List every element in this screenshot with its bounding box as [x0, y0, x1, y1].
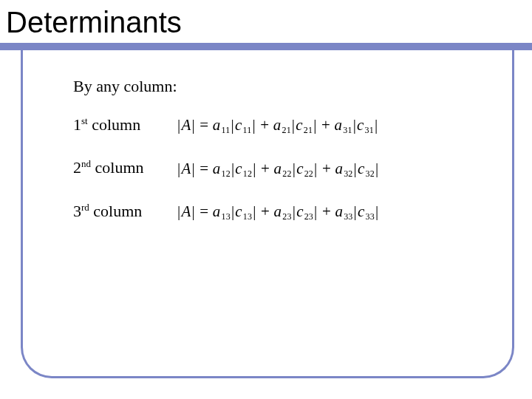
- row-label-num: 2: [73, 159, 81, 177]
- formula: |A| = a11|c11| + a21|c21| + a31|c31|: [177, 116, 378, 136]
- row-label-ord: nd: [81, 158, 91, 169]
- formula: |A| = a12|c12| + a22|c22| + a32|c32|: [177, 160, 379, 180]
- slide-title: Determinants: [6, 6, 182, 39]
- row-label-ord: rd: [81, 202, 89, 213]
- row-label-ord: st: [81, 115, 88, 126]
- subheading: By any column:: [73, 77, 481, 96]
- formula-row: 2nd column |A| = a12|c12| + a22|c22| + a…: [73, 158, 481, 179]
- formula-row: 1st column |A| = a11|c11| + a21|c21| + a…: [73, 115, 481, 136]
- formula-row: 3rd column |A| = a13|c13| + a23|c23| + a…: [73, 202, 481, 222]
- row-label: 2nd column: [73, 158, 177, 177]
- row-label: 3rd column: [73, 202, 177, 221]
- row-label: 1st column: [73, 115, 177, 134]
- content-card: By any column: 1st column |A| = a11|c11|…: [21, 50, 514, 378]
- row-label-word: column: [88, 115, 141, 134]
- row-label-num: 3: [73, 202, 81, 220]
- header-band: [0, 43, 532, 50]
- row-label-num: 1: [73, 115, 81, 134]
- row-label-word: column: [89, 202, 143, 220]
- row-label-word: column: [91, 159, 144, 177]
- formula: |A| = a13|c13| + a23|c23| + a33|c33|: [177, 202, 379, 222]
